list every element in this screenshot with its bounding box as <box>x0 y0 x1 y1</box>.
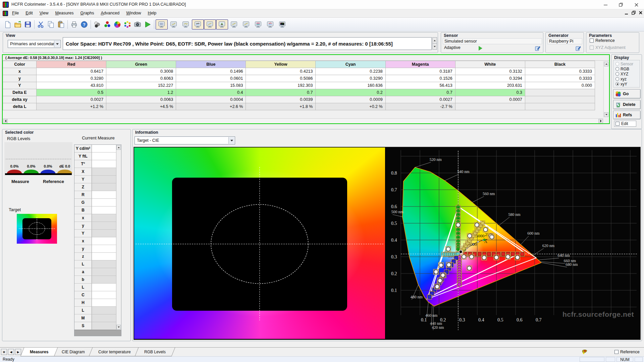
document-icon[interactable] <box>3 11 8 16</box>
row-header-x[interactable]: x <box>3 68 37 75</box>
view-nearblack-button[interactable] <box>180 19 192 29</box>
cell-Y-magenta[interactable]: 56.413 <box>385 82 455 89</box>
cell-delta-L-blue[interactable]: +2.6 % <box>176 103 246 110</box>
column-header-red[interactable]: Red <box>37 61 106 68</box>
spinner-down-icon[interactable] <box>432 43 437 50</box>
view-preset-dropdown[interactable]: Primaries and secondaries <box>8 40 61 48</box>
scroll-down-icon[interactable] <box>116 325 121 329</box>
cell-Delta-E-blue[interactable]: 0.4 <box>176 89 246 96</box>
cell-delta-xy-blue[interactable]: 0.0004 <box>176 96 246 103</box>
column-header-black[interactable]: Black <box>525 61 595 68</box>
sensor-run-icon[interactable] <box>479 46 482 52</box>
cell-Delta-E-magenta[interactable]: 0.7 <box>385 89 455 96</box>
snapshot-button[interactable] <box>132 19 143 29</box>
cell-x-black[interactable]: 0.3333 <box>525 68 595 75</box>
cell-Y-green[interactable]: 152.227 <box>106 82 176 89</box>
mdi-restore-button[interactable] <box>632 11 636 16</box>
close-button[interactable] <box>629 0 644 9</box>
cell-delta-xy-white[interactable]: 0.0007 <box>455 96 525 103</box>
cut-button[interactable] <box>36 19 46 29</box>
measure-secondaries-button[interactable] <box>112 19 122 29</box>
delete-button[interactable]: Delete <box>613 100 641 109</box>
mdi-minimize-button[interactable] <box>625 11 628 16</box>
sensor-config-icon[interactable] <box>535 46 540 52</box>
go-button[interactable]: Go <box>613 89 641 99</box>
measure-spinner[interactable] <box>432 37 437 50</box>
measure-list-scrollbar[interactable] <box>116 145 121 330</box>
display-option-xyz[interactable]: XYZ <box>615 71 640 76</box>
measure-primaries-button[interactable] <box>102 19 112 29</box>
information-view-dropdown[interactable]: Target - CIE <box>135 136 235 144</box>
cell-delta-L-magenta[interactable]: -2.7 % <box>385 103 455 110</box>
run-measures-button[interactable] <box>143 19 153 29</box>
radio-icon[interactable] <box>615 72 619 76</box>
radio-icon[interactable] <box>615 67 619 71</box>
tab-next-button[interactable]: ▶ <box>15 349 21 355</box>
checkbox-icon[interactable] <box>615 122 620 126</box>
minimize-button[interactable] <box>598 0 613 9</box>
cell-delta-xy-magenta[interactable]: 0.0027 <box>385 96 455 103</box>
spinner-up-icon[interactable] <box>432 37 437 44</box>
cell-Delta-E-black[interactable] <box>525 89 595 96</box>
cell-Y-black[interactable]: 0.000 <box>525 82 595 89</box>
cell-Delta-E-green[interactable]: 1.2 <box>106 89 176 96</box>
menu-item-advanced[interactable]: Advanced <box>98 9 123 17</box>
cell-Y-white[interactable]: 203.631 <box>455 82 525 89</box>
cell-delta-xy-cyan[interactable]: 0.0009 <box>316 96 385 103</box>
tab-color-temperature[interactable]: Color temperature <box>89 348 140 356</box>
display-option-xyz[interactable]: xyz <box>615 76 640 81</box>
display-option-xyy[interactable]: xyY <box>615 81 640 86</box>
cell-x-green[interactable]: 0.3008 <box>106 68 176 75</box>
checkbox-icon[interactable] <box>590 39 594 43</box>
cell-Delta-E-cyan[interactable]: 0.2 <box>316 89 385 96</box>
menu-item-measures[interactable]: Measures <box>52 9 77 17</box>
cell-Delta-E-white[interactable]: 0.3 <box>455 89 525 96</box>
copy-button[interactable] <box>46 19 56 29</box>
refs-button[interactable]: Refs <box>613 111 641 119</box>
menu-item-file[interactable]: File <box>9 9 22 17</box>
measures-table[interactable]: ColorRedGreenBlueYellowCyanMagentaWhiteB… <box>3 61 595 110</box>
radio-icon[interactable] <box>615 77 619 81</box>
scroll-left-icon[interactable] <box>3 119 8 123</box>
table-vertical-scrollbar[interactable] <box>603 61 608 117</box>
help-button[interactable]: ? <box>79 19 89 29</box>
cell-x-blue[interactable]: 0.1496 <box>176 68 246 75</box>
view-cie-diagram-button[interactable] <box>216 19 228 29</box>
save-file-button[interactable] <box>23 19 33 29</box>
print-button[interactable] <box>69 19 79 29</box>
row-header-y[interactable]: y <box>3 75 37 82</box>
tab-cie-diagram[interactable]: CIE Diagram <box>52 348 94 356</box>
new-file-button[interactable] <box>3 19 13 29</box>
menu-item-edit[interactable]: Edit <box>22 9 36 17</box>
cell-Y-cyan[interactable]: 160.636 <box>316 82 385 89</box>
cell-delta-L-red[interactable]: +1.2 % <box>37 103 106 110</box>
tab-close-button[interactable]: ✕ <box>1 349 7 355</box>
cell-y-white[interactable]: 0.3294 <box>455 75 525 82</box>
cell-y-red[interactable]: 0.3280 <box>37 75 106 82</box>
cell-delta-xy-red[interactable]: 0.0027 <box>37 96 106 103</box>
reference-checkbox[interactable]: Reference <box>614 350 640 354</box>
cell-delta-L-green[interactable]: +4.5 % <box>106 103 176 110</box>
cell-delta-L-cyan[interactable]: +0.2 % <box>316 103 385 110</box>
row-header-delta-l[interactable]: delta L <box>3 103 37 110</box>
view-luminance-button[interactable] <box>204 19 216 29</box>
cell-x-magenta[interactable]: 0.3187 <box>385 68 455 75</box>
menu-item-graphs[interactable]: Graphs <box>77 9 98 17</box>
scroll-right-icon[interactable] <box>598 119 603 123</box>
paste-button[interactable] <box>56 19 66 29</box>
view-rgb-levels-button[interactable] <box>192 19 204 29</box>
cell-y-yellow[interactable]: 0.5086 <box>246 75 316 82</box>
radio-icon[interactable] <box>615 82 619 86</box>
restore-button[interactable] <box>613 0 629 9</box>
menu-item-help[interactable]: Help <box>145 9 160 17</box>
cell-delta-xy-green[interactable]: 0.0063 <box>106 96 176 103</box>
cell-x-white[interactable]: 0.3132 <box>455 68 525 75</box>
cell-Y-yellow[interactable]: 192.303 <box>246 82 316 89</box>
checkbox-icon[interactable] <box>614 350 619 354</box>
cell-x-yellow[interactable]: 0.4213 <box>246 68 316 75</box>
view-histogram-button[interactable] <box>264 19 276 29</box>
cell-delta-xy-black[interactable] <box>525 96 595 103</box>
column-header-cyan[interactable]: Cyan <box>316 61 385 68</box>
column-header-yellow[interactable]: Yellow <box>246 61 316 68</box>
cell-delta-L-yellow[interactable]: +1.8 % <box>246 103 316 110</box>
